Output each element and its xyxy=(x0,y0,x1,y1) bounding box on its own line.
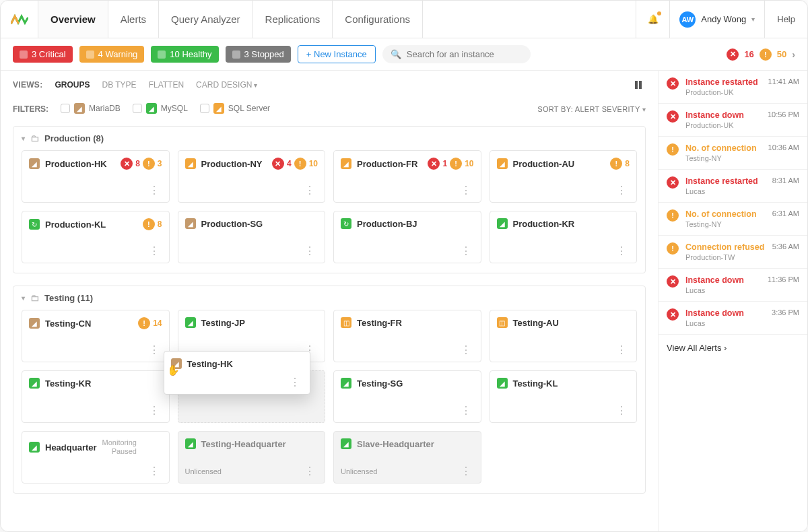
instance-card[interactable]: ◢HeadquarterMonitoringPaused⋮ xyxy=(22,431,170,484)
filters-row: FILTERS: ◢MariaDB◢MySQL◢SQL Server SORT … xyxy=(1,99,658,126)
more-menu-icon[interactable]: ⋮ xyxy=(612,342,631,358)
instance-card[interactable]: ◢Slave-HeadquarterUnlicensed⋮ xyxy=(333,431,481,484)
help-link[interactable]: Help xyxy=(764,1,807,38)
view-opt-groups[interactable]: GROUPS xyxy=(55,80,90,90)
instance-name: Testing-Headquarter xyxy=(201,439,286,449)
instance-name: Testing-KR xyxy=(45,378,91,389)
healthy-pill[interactable]: 10 Healthy xyxy=(151,46,218,63)
stopped-pill[interactable]: 3 Stopped xyxy=(226,46,291,63)
tab-query-analyzer[interactable]: Query Analyzer xyxy=(159,1,253,38)
status-note: MonitoringPaused xyxy=(102,438,137,456)
tab-replications[interactable]: Replications xyxy=(253,1,333,38)
checkbox[interactable] xyxy=(61,104,70,113)
alert-source: Production-UK xyxy=(685,121,761,129)
alert-item[interactable]: !Connection refusedProduction-TW5:36 AM xyxy=(659,236,807,269)
checkbox[interactable] xyxy=(133,104,142,113)
more-menu-icon[interactable]: ⋮ xyxy=(612,182,631,198)
filter-mysql[interactable]: ◢MySQL xyxy=(133,103,188,114)
critical-icon: ✕ xyxy=(727,48,739,61)
chevron-right-icon[interactable]: › xyxy=(792,49,795,60)
tab-overview[interactable]: Overview xyxy=(38,1,108,38)
dragging-card[interactable]: ◢Testing-HK⋮ xyxy=(164,351,310,395)
critical-pill[interactable]: 3 Critical xyxy=(13,46,73,63)
group-header[interactable]: ▾🗀Production (8) xyxy=(13,127,645,150)
instance-card[interactable]: ◢Production-FR✕1!10⋮ xyxy=(333,150,481,203)
more-menu-icon[interactable]: ⋮ xyxy=(457,243,475,259)
group-header[interactable]: ▾🗀Testing (11) xyxy=(13,286,645,310)
more-menu-icon[interactable]: ⋮ xyxy=(457,463,475,479)
instance-name: Production-KR xyxy=(513,219,575,229)
instance-card[interactable]: ◢Production-NY✕4!10⋮ xyxy=(178,150,326,203)
bell-icon: 🔔 xyxy=(648,14,659,24)
chevron-right-icon: › xyxy=(724,343,727,353)
critical-icon: ✕ xyxy=(667,176,679,189)
instance-card[interactable]: ◢Testing-JP⋮◢Testing-HK⋮✋ xyxy=(178,310,326,362)
instance-card[interactable]: ◢Production-KR⋮ xyxy=(490,211,638,263)
instance-card[interactable]: ◢Production-HK✕8!3⋮ xyxy=(22,150,170,203)
card-footer: Unlicensed xyxy=(185,467,222,475)
more-menu-icon[interactable]: ⋮ xyxy=(145,403,164,418)
instance-card[interactable]: ◢Production-AU!8⋮ xyxy=(490,150,638,203)
alert-item[interactable]: !No. of connectionTesting-NY10:36 AM xyxy=(659,137,807,170)
search-icon: 🔍 xyxy=(391,49,401,59)
more-menu-icon[interactable]: ⋮ xyxy=(612,243,631,259)
alert-item[interactable]: !No. of connectionTesting-NY6:31 AM xyxy=(659,203,807,236)
user-menu[interactable]: AW Andy Wong ▾ xyxy=(669,1,764,38)
more-menu-icon[interactable]: ⋮ xyxy=(145,342,164,358)
instance-card[interactable]: ◢Testing-HeadquarterUnlicensed⋮ xyxy=(178,431,326,484)
instance-card[interactable]: ◢Testing-CN!14⋮ xyxy=(22,310,170,362)
more-menu-icon[interactable]: ⋮ xyxy=(457,342,475,358)
alert-item[interactable]: ✕Instance restartedProduction-UK11:41 AM xyxy=(659,71,807,104)
instance-card[interactable]: ◫Testing-AU⋮ xyxy=(490,310,638,362)
sql-icon: ◢ xyxy=(497,158,508,169)
view-opt-flatten[interactable]: FLATTEN xyxy=(149,80,184,90)
chevron-down-icon: ▾ xyxy=(751,15,755,23)
new-instance-button[interactable]: + New Instance xyxy=(298,45,376,63)
pause-button[interactable] xyxy=(631,77,646,92)
alert-time: 3:36 PM xyxy=(772,308,799,317)
instance-card[interactable]: ◢Testing-SG⋮ xyxy=(333,370,481,423)
filter-sql-server[interactable]: ◢SQL Server xyxy=(200,103,270,114)
sort-dropdown[interactable]: SORT BY: ALERT SEVERITY ▾ xyxy=(537,105,646,113)
alert-source: Lucas xyxy=(685,319,765,327)
alert-item[interactable]: ✕Instance downProduction-UK10:56 PM xyxy=(659,104,807,137)
search-input[interactable] xyxy=(407,49,523,59)
filter-mariadb[interactable]: ◢MariaDB xyxy=(61,103,121,114)
more-menu-icon[interactable]: ⋮ xyxy=(285,374,304,390)
warning-pill[interactable]: 4 Warning xyxy=(79,46,145,63)
sql-icon: ◢ xyxy=(185,158,196,169)
alert-message: No. of connection xyxy=(685,143,762,153)
alert-item[interactable]: ✕Instance restartedLucas8:31 AM xyxy=(659,170,807,203)
tab-configurations[interactable]: Configurations xyxy=(333,1,423,38)
instance-card[interactable]: ↻Production-BJ⋮ xyxy=(333,211,481,263)
app-logo xyxy=(1,1,38,38)
more-menu-icon[interactable]: ⋮ xyxy=(612,403,631,418)
instance-card[interactable]: ◫Testing-FR⋮ xyxy=(333,310,481,362)
instance-card[interactable]: ◢Production-SG⋮ xyxy=(178,211,326,263)
more-menu-icon[interactable]: ⋮ xyxy=(300,463,319,479)
alert-summary[interactable]: ✕ 16 ! 50 › xyxy=(727,48,795,61)
alert-message: Instance down xyxy=(685,275,761,285)
critical-icon: ✕ xyxy=(667,77,679,90)
alert-item[interactable]: ✕Instance downLucas3:36 PM xyxy=(659,302,807,335)
instance-card[interactable]: ↻Production-KL!8⋮ xyxy=(22,211,170,263)
checkbox[interactable] xyxy=(200,104,209,113)
instance-card[interactable]: ◢Testing-KL⋮ xyxy=(490,370,638,423)
more-menu-icon[interactable]: ⋮ xyxy=(457,182,475,198)
instance-card[interactable]: ◢Testing-KR⋮ xyxy=(22,370,170,423)
group: ▾🗀Production (8)◢Production-HK✕8!3⋮◢Prod… xyxy=(13,126,646,273)
view-opt-db-type[interactable]: DB TYPE xyxy=(102,80,136,90)
more-menu-icon[interactable]: ⋮ xyxy=(457,403,475,418)
more-menu-icon[interactable]: ⋮ xyxy=(300,182,319,198)
alert-item[interactable]: ✕Instance downLucas11:36 PM xyxy=(659,269,807,302)
more-menu-icon[interactable]: ⋮ xyxy=(145,182,164,198)
more-menu-icon[interactable]: ⋮ xyxy=(145,243,164,259)
view-all-alerts-link[interactable]: View All Alerts › xyxy=(659,335,807,361)
notifications-button[interactable]: 🔔 xyxy=(636,1,669,38)
view-opt-card-design[interactable]: CARD DESIGN ▾ xyxy=(196,80,257,90)
search-box[interactable]: 🔍 xyxy=(382,45,531,63)
tab-alerts[interactable]: Alerts xyxy=(108,1,159,38)
more-menu-icon[interactable]: ⋮ xyxy=(145,463,164,479)
status-bar: 3 Critical 4 Warning 10 Healthy 3 Stoppe… xyxy=(1,38,807,71)
more-menu-icon[interactable]: ⋮ xyxy=(300,243,319,259)
